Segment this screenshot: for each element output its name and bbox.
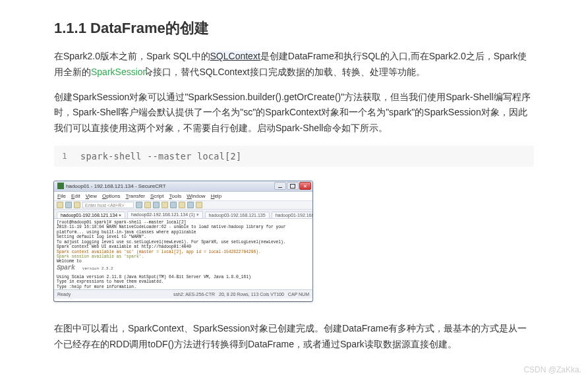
maximize-button[interactable] [287,182,299,190]
menu-window[interactable]: Window [187,193,205,199]
status-caps: CAP NUM [288,292,309,297]
toolbar-icon[interactable] [179,202,185,208]
tab-bar: hadoop01-192.168.121.134 × hadoop02-192.… [54,210,312,219]
status-position: 20, 8 20 Rows, 113 Cols VT100 [219,292,284,297]
status-ready: Ready [57,292,97,297]
terminal-line: To adjust logging level use sc.setLogLev… [57,240,310,245]
toolbar-icon[interactable] [162,202,168,208]
code-text: spark-shell --master local[2] [74,151,241,161]
minimize-button[interactable] [274,182,286,190]
menu-help[interactable]: Help [211,193,221,199]
paragraph-3: 在图中可以看出，SparkContext、SparkSession对象已创建完成… [54,321,534,353]
tab-item[interactable]: hadoop03-192.168.121.135 [205,212,270,218]
status-bar: Ready ssh2: AES-256-CTR 20, 8 20 Rows, 1… [54,289,312,299]
toolbar: Enter host <Alt+R> [54,201,312,210]
terminal-line-highlight: Spark session available as 'spark'. [57,254,310,259]
menu-transfer[interactable]: Transfer [126,193,146,199]
toolbar-icon[interactable] [187,202,194,208]
status-encryption: ssh2: AES-256-CTR [173,292,215,297]
menu-script[interactable]: Script [150,193,163,199]
p1-seg3: 接口，替代SQLContext接口完成数据的加载、转换、处理等功能。 [153,67,425,77]
tab-item[interactable]: hadoop02-192.168.121.134 (1)▾ [127,211,203,218]
terminal-line: [root@hadoop01 spark]# spark-shell --mas… [57,220,310,225]
code-line-number: 1 [62,151,74,161]
mouse-cursor-icon [145,67,154,77]
chevron-down-icon: ▾ [196,212,199,217]
terminal-line: Type :help for more information. [57,285,310,289]
terminal-line: Welcome to [57,259,310,264]
toolbar-icon[interactable] [153,202,160,208]
menu-options[interactable]: Options [102,193,121,199]
watermark-text: CSDN @ZaKka. [523,365,581,374]
toolbar-icon[interactable] [170,202,177,208]
securecrt-window: hadoop01 - 192.168.121.134 - SecureCRT F… [54,181,312,301]
toolbar-icon[interactable] [196,202,202,208]
window-titlebar: hadoop01 - 192.168.121.134 - SecureCRT [54,181,312,192]
toolbar-icon[interactable] [144,202,151,208]
tab-active[interactable]: hadoop01-192.168.121.134 × [57,212,125,218]
app-icon [57,183,64,189]
paragraph-2: 创建SparkSession对象可以通过"SparkSession.builde… [54,90,534,136]
terminal-body[interactable]: [root@hadoop01 spark]# spark-shell --mas… [54,219,312,289]
menu-view[interactable]: View [86,193,97,199]
toolbar-icon[interactable] [57,202,63,208]
menu-tools[interactable]: Tools [169,193,181,199]
toolbar-icon[interactable] [136,202,142,208]
terminal-line: 2018-11-19 16:18:04 WARN NativeCodeLoade… [57,225,310,235]
terminal-line-highlight: Spark context available as 'sc' (master … [57,250,310,254]
section-heading: 1.1.1 DataFrame的创建 [54,18,534,38]
p1-seg1: 在Spark2.0版本之前，Spark SQL中的 [54,51,210,61]
menu-bar: File Edit View Options Transfer Script T… [54,192,312,201]
window-title: hadoop01 - 192.168.121.134 - SecureCRT [66,183,166,189]
terminal-line: Type in expressions to have them evaluat… [57,279,310,284]
paragraph-1: 在Spark2.0版本之前，Spark SQL中的SQLContext是创建Da… [54,49,534,80]
terminal-line: Spark context Web UI available at http:/… [57,245,310,249]
tab-item[interactable]: hadoop01-192.168.121.136 [272,212,312,218]
sparksession-link[interactable]: SparkSession [91,67,148,77]
host-input[interactable]: Enter host <Alt+R> [82,202,134,208]
menu-edit[interactable]: Edit [71,193,80,199]
toolbar-icon[interactable] [74,202,80,208]
toolbar-icon[interactable] [65,202,72,208]
menu-file[interactable]: File [57,193,66,199]
code-block: 1 spark-shell --master local[2] [54,146,534,167]
close-button[interactable] [299,182,311,190]
terminal-line: Setting default log level to "WARN". [57,235,310,239]
p1-sqlcontext: SQLContext [210,51,260,61]
terminal-line: Using Scala version 2.11.8 (Java HotSpot… [57,275,310,279]
spark-version: version 2.3.2 [82,266,113,271]
spark-logo-ascii: Spark [57,266,75,271]
